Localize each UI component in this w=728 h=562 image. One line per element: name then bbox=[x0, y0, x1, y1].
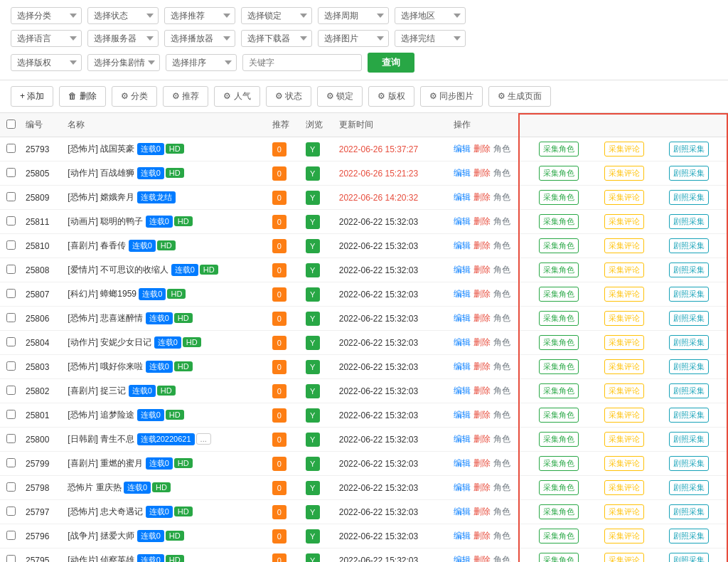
row-checkbox[interactable] bbox=[6, 240, 16, 250]
episode-collect-button[interactable]: 剧照采集 bbox=[669, 166, 709, 181]
row-checkbox[interactable] bbox=[6, 555, 16, 563]
sync-image-button[interactable]: ⚙ 同步图片 bbox=[420, 86, 483, 107]
role-button[interactable]: 角色 bbox=[493, 507, 510, 516]
episode-collect-button[interactable]: 剧照采集 bbox=[669, 408, 709, 423]
edit-button[interactable]: 编辑 bbox=[454, 216, 471, 226]
edit-button[interactable]: 编辑 bbox=[454, 265, 471, 275]
collect-comment-button[interactable]: 采集评论 bbox=[604, 190, 644, 205]
episode-collect-button[interactable]: 剧照采集 bbox=[669, 190, 709, 205]
row-checkbox[interactable] bbox=[6, 192, 16, 201]
finish-select[interactable]: 选择完结 bbox=[395, 30, 466, 47]
role-button[interactable]: 角色 bbox=[493, 410, 510, 420]
episode-collect-button[interactable]: 剧照采集 bbox=[669, 142, 709, 157]
state-button[interactable]: ⚙ 状态 bbox=[266, 86, 311, 107]
episode-type-select[interactable]: 选择分集剧情 bbox=[87, 54, 160, 71]
episode-collect-button[interactable]: 剧照采集 bbox=[669, 383, 709, 398]
row-checkbox[interactable] bbox=[6, 434, 16, 443]
collect-role-button[interactable]: 采集角色 bbox=[539, 504, 579, 519]
keyword-input[interactable] bbox=[242, 54, 362, 71]
role-button[interactable]: 角色 bbox=[493, 337, 510, 347]
episode-collect-button[interactable]: 剧照采集 bbox=[669, 335, 709, 350]
collect-role-button[interactable]: 采集角色 bbox=[539, 311, 579, 326]
edit-button[interactable]: 编辑 bbox=[454, 168, 471, 178]
delete-row-button[interactable]: 删除 bbox=[473, 361, 491, 371]
collect-comment-button[interactable]: 采集评论 bbox=[604, 432, 644, 447]
edit-button[interactable]: 编辑 bbox=[454, 289, 471, 299]
row-checkbox[interactable] bbox=[6, 386, 16, 395]
edit-button[interactable]: 编辑 bbox=[454, 386, 471, 396]
row-checkbox[interactable] bbox=[6, 144, 16, 153]
collect-role-button[interactable]: 采集角色 bbox=[539, 142, 579, 157]
downloader-select[interactable]: 选择下载器 bbox=[241, 30, 312, 47]
delete-row-button[interactable]: 删除 bbox=[473, 337, 491, 347]
delete-row-button[interactable]: 删除 bbox=[473, 507, 491, 516]
generate-page-button[interactable]: ⚙ 生成页面 bbox=[488, 86, 551, 107]
recommend-select[interactable]: 选择推荐 bbox=[164, 7, 235, 24]
episode-collect-button[interactable]: 剧照采集 bbox=[669, 359, 709, 374]
delete-row-button[interactable]: 删除 bbox=[473, 240, 491, 250]
recommend-button[interactable]: ⚙ 推荐 bbox=[163, 86, 208, 107]
collect-comment-button[interactable]: 采集评论 bbox=[604, 335, 644, 350]
delete-row-button[interactable]: 删除 bbox=[473, 168, 491, 178]
period-select[interactable]: 选择周期 bbox=[318, 7, 389, 24]
edit-button[interactable]: 编辑 bbox=[454, 240, 471, 250]
role-button[interactable]: 角色 bbox=[493, 386, 510, 396]
edit-button[interactable]: 编辑 bbox=[454, 434, 471, 444]
collect-role-button[interactable]: 采集角色 bbox=[539, 190, 579, 205]
collect-role-button[interactable]: 采集角色 bbox=[539, 166, 579, 181]
role-button[interactable]: 角色 bbox=[493, 482, 510, 492]
collect-role-button[interactable]: 采集角色 bbox=[539, 432, 579, 447]
collect-role-button[interactable]: 采集角色 bbox=[539, 287, 579, 302]
edit-button[interactable]: 编辑 bbox=[454, 555, 471, 562]
episode-collect-button[interactable]: 剧照采集 bbox=[669, 456, 709, 471]
select-all-checkbox[interactable] bbox=[6, 120, 16, 129]
collect-role-button[interactable]: 采集角色 bbox=[539, 383, 579, 398]
episode-collect-button[interactable]: 剧照采集 bbox=[669, 480, 709, 495]
delete-button[interactable]: 🗑 删除 bbox=[59, 86, 105, 107]
role-button[interactable]: 角色 bbox=[493, 192, 510, 202]
delete-row-button[interactable]: 删除 bbox=[473, 386, 491, 396]
delete-row-button[interactable]: 删除 bbox=[473, 482, 491, 492]
collect-role-button[interactable]: 采集角色 bbox=[539, 359, 579, 374]
collect-comment-button[interactable]: 采集评论 bbox=[604, 529, 644, 544]
row-checkbox[interactable] bbox=[6, 482, 16, 492]
collect-comment-button[interactable]: 采集评论 bbox=[604, 408, 644, 423]
role-button[interactable]: 角色 bbox=[493, 555, 510, 562]
lock-select[interactable]: 选择锁定 bbox=[241, 7, 312, 24]
role-button[interactable]: 角色 bbox=[493, 361, 510, 371]
image-select[interactable]: 选择图片 bbox=[318, 30, 389, 47]
row-checkbox[interactable] bbox=[6, 216, 16, 226]
role-button[interactable]: 角色 bbox=[493, 216, 510, 226]
episode-collect-button[interactable]: 剧照采集 bbox=[669, 238, 709, 253]
collect-role-button[interactable]: 采集角色 bbox=[539, 456, 579, 471]
collect-comment-button[interactable]: 采集评论 bbox=[604, 383, 644, 398]
row-checkbox[interactable] bbox=[6, 361, 16, 371]
collect-role-button[interactable]: 采集角色 bbox=[539, 529, 579, 544]
delete-row-button[interactable]: 删除 bbox=[473, 289, 491, 299]
add-button[interactable]: + 添加 bbox=[11, 86, 53, 107]
collect-role-button[interactable]: 采集角色 bbox=[539, 335, 579, 350]
delete-row-button[interactable]: 删除 bbox=[473, 265, 491, 275]
edit-button[interactable]: 编辑 bbox=[454, 192, 471, 202]
episode-collect-button[interactable]: 剧照采集 bbox=[669, 529, 709, 544]
delete-row-button[interactable]: 删除 bbox=[473, 458, 491, 468]
delete-row-button[interactable]: 删除 bbox=[473, 410, 491, 420]
collect-comment-button[interactable]: 采集评论 bbox=[604, 311, 644, 326]
episode-collect-button[interactable]: 剧照采集 bbox=[669, 214, 709, 229]
delete-row-button[interactable]: 删除 bbox=[473, 555, 491, 562]
row-checkbox[interactable] bbox=[6, 507, 16, 516]
category-button[interactable]: ⚙ 分类 bbox=[112, 86, 157, 107]
query-button[interactable]: 查询 bbox=[368, 53, 414, 73]
sort-select[interactable]: 选择排序 bbox=[166, 54, 237, 71]
collect-comment-button[interactable]: 采集评论 bbox=[604, 166, 644, 181]
episode-collect-button[interactable]: 剧照采集 bbox=[669, 263, 709, 277]
edit-button[interactable]: 编辑 bbox=[454, 531, 471, 541]
row-checkbox[interactable] bbox=[6, 265, 16, 274]
row-checkbox[interactable] bbox=[6, 531, 16, 540]
delete-row-button[interactable]: 删除 bbox=[473, 434, 491, 444]
player-select[interactable]: 选择播放器 bbox=[164, 30, 235, 47]
lock-button[interactable]: ⚙ 锁定 bbox=[317, 86, 363, 107]
episode-collect-button[interactable]: 剧照采集 bbox=[669, 553, 709, 562]
episode-collect-button[interactable]: 剧照采集 bbox=[669, 287, 709, 302]
delete-row-button[interactable]: 删除 bbox=[473, 531, 491, 541]
